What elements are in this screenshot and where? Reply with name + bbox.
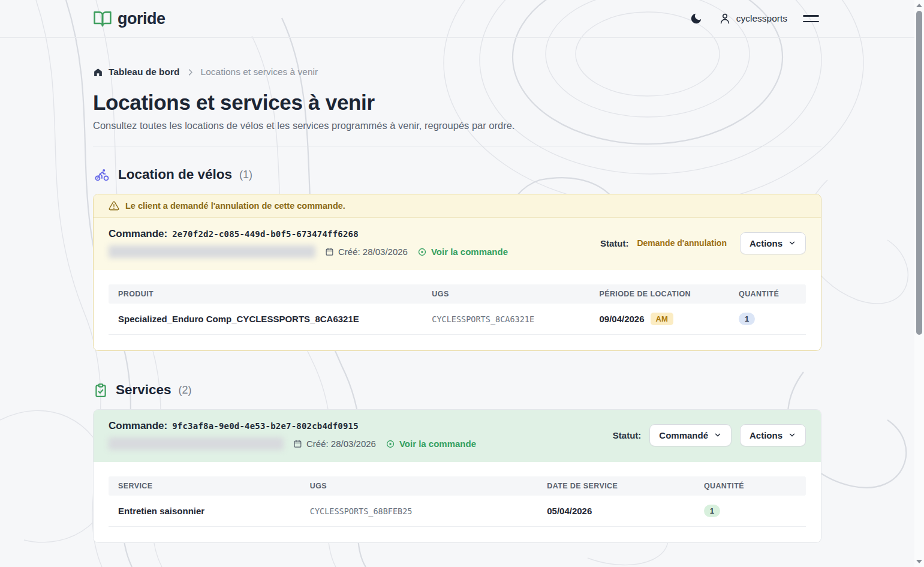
user-account[interactable]: cyclessports [718,12,787,25]
chevron-right-icon [186,68,195,77]
service-sku: CYCLESSPORTS_68BFEB25 [300,496,537,526]
logo[interactable]: goride [93,9,165,28]
username: cyclessports [736,13,787,24]
menu-button[interactable] [800,13,821,25]
col-ugs: UGS [300,476,537,496]
warning-triangle-icon [109,200,119,211]
created-date: Créé: 28/03/2026 [325,247,408,257]
rental-order-header: Commande: 2e70f2d2-c085-449d-b0f5-673474… [94,218,821,270]
scrollbar[interactable] [914,0,924,567]
rentals-section-title: Location de vélos [118,167,232,182]
chevron-down-icon [788,239,796,247]
rentals-count: (1) [239,169,252,181]
cancellation-warning-banner: Le client a demandé l'annulation de cett… [94,194,821,218]
logo-text: goride [118,10,165,28]
logo-book-icon [93,9,112,28]
chevron-down-icon [788,431,796,439]
order-label: Commande: [109,228,167,240]
clipboard-check-icon [93,382,109,398]
col-quantite: QUANTITÉ [694,476,806,496]
col-produit: PRODUIT [109,284,422,304]
product-name: Specialized_Enduro Comp_CYCLESSPORTS_8CA… [109,304,422,334]
service-table-header: SERVICE UGS DATE DE SERVICE QUANTITÉ [109,476,806,496]
chevron-down-icon [714,431,722,439]
rental-period-date: 09/04/2026 [599,314,644,324]
user-icon [718,12,732,25]
quantity-badge: 1 [739,313,755,325]
calendar-icon [325,247,334,256]
status-label: Statut: [600,238,629,248]
col-service: SERVICE [109,476,300,496]
rental-table: PRODUIT UGS PÉRIODE DE LOCATION QUANTITÉ… [94,270,821,350]
service-table-row: Entretien saisonnier CYCLESSPORTS_68BFEB… [109,496,806,527]
page-subtitle: Consultez toutes les locations de vélos … [93,120,821,131]
col-date-service: DATE DE SERVICE [537,476,694,496]
rental-table-row: Specialized_Enduro Comp_CYCLESSPORTS_8CA… [109,304,806,335]
scrollbar-down-arrow[interactable] [914,557,924,566]
calendar-icon [293,439,302,448]
page-title: Locations et services à venir [93,91,821,115]
status-select[interactable]: Commandé [649,424,732,446]
col-periode: PÉRIODE DE LOCATION [589,284,729,304]
view-order-link[interactable]: Voir la commande [386,439,476,449]
service-order-card: Commande: 9fc3af8a-9e0d-4e53-b2e7-802cb4… [93,409,821,543]
home-icon [93,67,103,77]
redacted-customer-info [109,245,315,258]
actions-button[interactable]: Actions [740,232,806,254]
col-quantite: QUANTITÉ [729,284,806,304]
service-date: 05/04/2026 [537,496,694,526]
breadcrumb-home-link[interactable]: Tableau de bord [93,67,180,77]
top-bar: goride c [0,0,914,38]
scrollbar-up-arrow[interactable] [914,1,924,10]
status-label: Statut: [613,430,642,440]
order-id: 2e70f2d2-c085-449d-b0f5-673474ff6268 [172,229,359,239]
warning-text: Le client a demandé l'annulation de cett… [125,201,345,211]
am-badge: AM [651,313,673,325]
actions-button[interactable]: Actions [740,424,806,446]
order-id: 9fc3af8a-9e0d-4e53-b2e7-802cb4df0915 [172,421,359,431]
scrollbar-thumb[interactable] [916,11,922,335]
product-sku: CYCLESSPORTS_8CA6321E [422,304,589,334]
rentals-section-header: Location de vélos (1) [93,167,821,182]
status-value: Demande d'annulation [637,238,727,248]
service-table: SERVICE UGS DATE DE SERVICE QUANTITÉ Ent… [94,462,821,542]
breadcrumb-current: Locations et services à venir [201,67,318,77]
eye-icon [386,439,395,449]
quantity-badge: 1 [704,505,720,517]
eye-icon [417,247,427,257]
rental-order-card: Le client a demandé l'annulation de cett… [93,194,821,351]
order-label: Commande: [109,420,167,432]
services-section-header: Services (2) [93,382,821,398]
services-count: (2) [179,384,192,397]
services-section-title: Services [116,382,171,398]
divider [93,146,821,146]
hamburger-icon [803,15,819,22]
rental-table-header: PRODUIT UGS PÉRIODE DE LOCATION QUANTITÉ [109,284,806,304]
service-order-header: Commande: 9fc3af8a-9e0d-4e53-b2e7-802cb4… [94,410,821,462]
breadcrumb: Tableau de bord Locations et services à … [93,67,821,77]
service-name: Entretien saisonnier [109,496,300,526]
moon-icon [690,12,703,25]
created-date: Créé: 28/03/2026 [293,439,376,449]
dark-mode-toggle[interactable] [687,10,705,28]
col-ugs: UGS [422,284,589,304]
bicycle-icon [93,167,111,182]
redacted-customer-info [109,437,284,450]
view-order-link[interactable]: Voir la commande [417,247,508,257]
